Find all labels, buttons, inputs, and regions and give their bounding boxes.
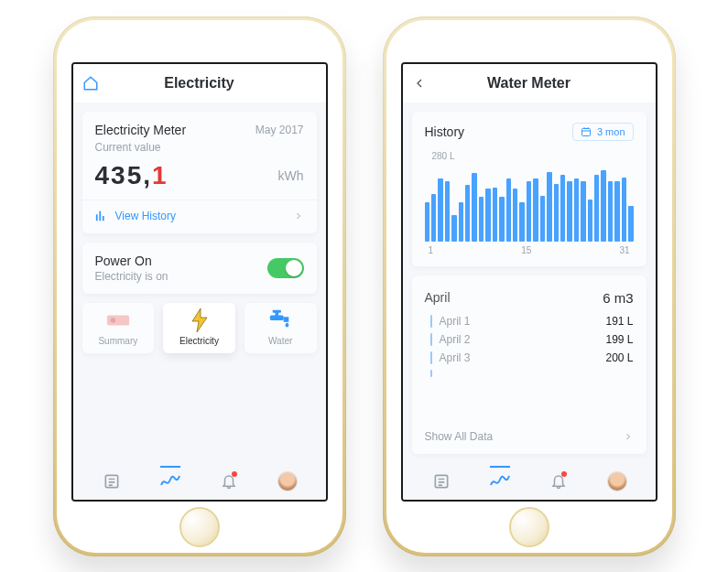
notification-dot xyxy=(232,471,237,477)
svg-rect-7 xyxy=(273,309,281,312)
list-icon xyxy=(432,472,451,491)
range-chip[interactable]: 3 mon xyxy=(572,123,634,141)
history-bar xyxy=(479,197,484,242)
row-value: 199 L xyxy=(605,333,633,346)
nav-list[interactable] xyxy=(100,469,124,493)
history-bar xyxy=(628,206,633,242)
meter-unit: kWh xyxy=(278,168,304,183)
history-bar xyxy=(431,194,436,241)
history-bar xyxy=(554,184,559,242)
row-value: 191 L xyxy=(605,315,633,328)
page-title: Electricity xyxy=(164,75,234,92)
home-icon xyxy=(82,75,99,92)
power-subtitle: Electricity is on xyxy=(95,270,168,283)
avatar xyxy=(278,472,297,491)
history-bar xyxy=(581,181,585,242)
month-row-ellipsis xyxy=(425,370,634,377)
phone-home-button[interactable] xyxy=(179,507,220,547)
nav-profile[interactable] xyxy=(276,469,299,493)
faucet-icon xyxy=(268,308,292,332)
nav-analytics[interactable] xyxy=(488,469,512,493)
page-title: Water Meter xyxy=(487,75,570,92)
phone-home-button[interactable] xyxy=(509,507,549,547)
phone-electricity: Electricity Electricity Meter May 2017 C… xyxy=(53,16,346,556)
month-name: April xyxy=(425,290,451,306)
history-bar xyxy=(560,175,565,242)
history-bar xyxy=(527,181,531,242)
chevron-right-icon xyxy=(623,431,634,442)
power-toggle[interactable] xyxy=(267,258,304,278)
history-bar xyxy=(547,172,551,242)
svg-rect-2 xyxy=(102,216,103,221)
history-bar xyxy=(465,185,470,241)
tile-water[interactable]: Water xyxy=(244,303,317,353)
nav-profile[interactable] xyxy=(605,469,629,493)
summary-icon xyxy=(106,308,130,332)
svg-rect-13 xyxy=(581,128,590,135)
tile-summary[interactable]: Summary xyxy=(82,303,155,353)
calendar-icon xyxy=(581,126,592,137)
row-marker xyxy=(430,370,432,377)
svg-rect-0 xyxy=(95,214,97,221)
bolt-icon xyxy=(188,308,212,332)
nav-list[interactable] xyxy=(429,469,453,493)
tile-electricity[interactable]: Electricity xyxy=(163,303,235,353)
tile-summary-label: Summary xyxy=(98,336,137,346)
meter-value-frac: 1 xyxy=(152,161,168,189)
meter-subtitle: Current value xyxy=(95,141,304,154)
nav-analytics[interactable] xyxy=(158,469,182,493)
history-bar xyxy=(594,175,599,242)
history-bar xyxy=(588,200,592,242)
month-row[interactable]: April 2 199 L xyxy=(425,333,634,346)
bars-icon xyxy=(95,210,108,222)
phone-water: Water Meter History 3 mon 280 L xyxy=(383,16,676,556)
analytics-icon xyxy=(159,472,181,491)
history-bar xyxy=(499,197,504,242)
meter-value: 435,1 xyxy=(95,161,168,190)
history-bar xyxy=(513,189,517,241)
history-bar xyxy=(567,181,571,242)
x-axis-min: 1 xyxy=(429,245,434,255)
svg-rect-3 xyxy=(107,315,129,325)
chevron-right-icon xyxy=(293,210,304,221)
meter-card: Electricity Meter May 2017 Current value… xyxy=(82,112,317,233)
back-button[interactable] xyxy=(412,64,427,103)
chevron-left-icon xyxy=(412,76,427,91)
row-marker xyxy=(430,333,432,346)
range-label: 3 mon xyxy=(597,126,625,137)
row-marker xyxy=(430,351,432,364)
view-history-row[interactable]: View History xyxy=(95,210,304,222)
show-all-row[interactable]: Show All Data xyxy=(425,430,634,443)
show-all-label: Show All Data xyxy=(425,430,494,443)
tile-electricity-label: Electricity xyxy=(179,336,219,346)
row-label: April 3 xyxy=(440,351,599,364)
history-card: History 3 mon 280 L 1 15 xyxy=(412,112,647,266)
month-row[interactable]: April 3 200 L xyxy=(425,351,634,364)
history-bars xyxy=(425,168,634,242)
chart-peak-label: 280 L xyxy=(432,151,455,161)
home-button-icon[interactable] xyxy=(82,64,99,103)
month-card: April 6 m3 April 1 191 L April 2 xyxy=(412,275,647,454)
nav-notifications[interactable] xyxy=(547,469,570,493)
history-title: History xyxy=(425,124,465,139)
history-bar xyxy=(601,170,605,241)
history-bar xyxy=(506,178,511,242)
history-bar xyxy=(438,178,442,242)
history-bar xyxy=(445,181,450,242)
power-title: Power On xyxy=(95,254,168,268)
nav-notifications[interactable] xyxy=(217,469,241,493)
history-bar xyxy=(614,181,619,242)
history-bar xyxy=(533,178,538,242)
month-total: 6 m3 xyxy=(603,290,633,306)
history-bar xyxy=(519,202,524,242)
history-bar xyxy=(622,178,626,242)
svg-point-4 xyxy=(110,318,115,323)
row-marker xyxy=(430,315,432,328)
month-row[interactable]: April 1 191 L xyxy=(425,315,634,328)
history-bar xyxy=(459,202,463,242)
history-bar xyxy=(574,178,579,242)
view-history-label: View History xyxy=(115,210,176,222)
list-icon xyxy=(103,472,121,491)
history-bar xyxy=(485,189,490,241)
row-label: April 1 xyxy=(440,315,599,328)
